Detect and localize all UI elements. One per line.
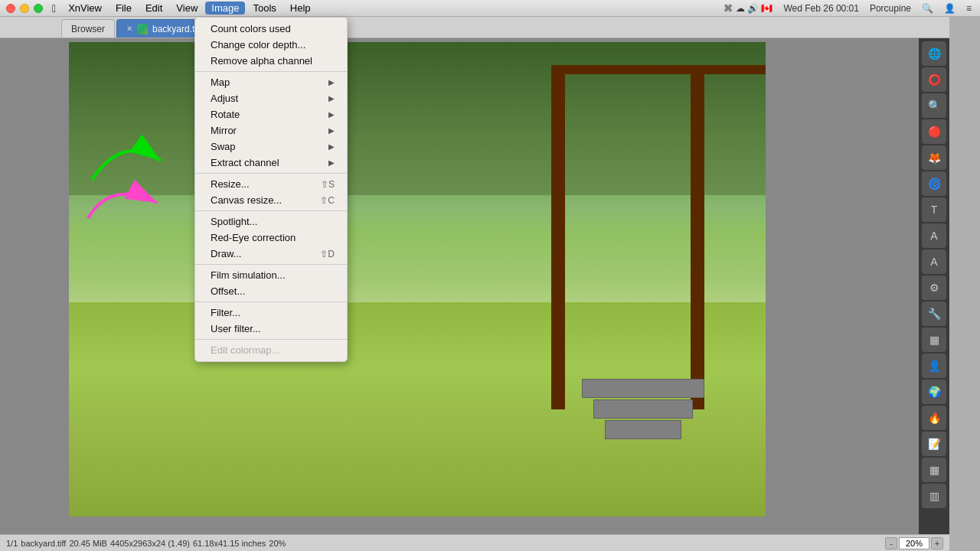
menu-tools[interactable]: Tools [247,2,282,15]
menu-item-filter-label: Filter... [211,307,240,318]
submenu-arrow-rotate: ▶ [328,110,335,119]
status-page: 1/1 [6,539,18,548]
sidebar-icon-16[interactable]: 📝 [922,432,946,456]
menu-item-user-filter-label: User filter... [211,323,261,334]
system-icons: ⌘ ☁ 🔊 🇨🇦 [724,3,773,14]
menu-item-offset-label: Offset... [211,285,245,297]
zoom-in-button[interactable]: + [931,537,943,549]
menu-item-canvas-resize-label: Canvas resize... [211,194,282,206]
menu-item-swap-label: Swap [211,141,236,152]
menu-item-swap[interactable]: Swap ▶ [195,139,347,155]
menu-item-change-color-depth-label: Change color depth... [211,39,305,51]
minimize-button[interactable] [20,4,29,13]
zoom-input[interactable] [899,537,929,549]
menu-item-filter[interactable]: Filter... [195,305,347,321]
menu-file[interactable]: File [109,2,138,15]
pergola-structure [551,65,766,409]
sidebar-icon-4[interactable]: 🔴 [922,119,946,144]
main-window: Browser ✕ backyard.tiff [0,17,949,551]
maximize-button[interactable] [34,4,43,13]
search-icon[interactable]: 🔍 [922,3,933,14]
sidebar-icon-11[interactable]: 🔧 [922,302,946,326]
submenu-arrow-mirror: ▶ [328,126,335,135]
sidebar-icon-7[interactable]: T [922,197,946,222]
sidebar-icon-10[interactable]: ⚙ [922,276,946,300]
status-zoom: 20% [269,539,286,548]
submenu-arrow-swap: ▶ [328,142,335,151]
user-icon[interactable]: 👤 [944,3,956,14]
sidebar-icon-2[interactable]: ⭕ [922,67,946,92]
menu-view[interactable]: View [170,2,204,15]
sidebar-icon-15[interactable]: 🔥 [922,406,946,430]
menu-item-offset[interactable]: Offset... [195,283,347,299]
sidebar-icon-17[interactable]: ▦ [922,458,946,482]
traffic-lights [6,4,43,13]
close-button[interactable] [6,4,15,13]
menu-item-rotate[interactable]: Rotate ▶ [195,106,347,122]
datetime: Wed Feb 26 00:01 [783,3,859,14]
menu-item-resize[interactable]: Resize... ⇧S [195,176,347,192]
menu-item-count-colors[interactable]: Count colors used [195,21,347,37]
menu-item-change-color-depth[interactable]: Change color depth... [195,37,347,53]
menu-item-draw-label: Draw... [211,248,241,259]
sidebar-icon-18[interactable]: ▥ [922,484,946,508]
sidebar-icon-9[interactable]: A [922,249,946,274]
menu-item-canvas-resize[interactable]: Canvas resize... ⇧C [195,192,347,208]
sidebar-icon-14[interactable]: 🌍 [922,380,946,404]
menu-item-draw[interactable]: Draw... ⇧D [195,246,347,262]
menu-item-remove-alpha-label: Remove alpha channel [211,55,312,67]
menu-item-map-label: Map [211,77,230,88]
menu-item-film-simulation-label: Film simulation... [211,269,286,281]
separator-2 [195,173,347,174]
zoom-out-button[interactable]: - [885,537,897,549]
title-bar:  XnView File Edit View Image Tools Help… [0,0,980,17]
sidebar-icon-6[interactable]: 🌀 [922,171,946,196]
apple-menu[interactable]:  [52,2,56,15]
menu-item-edit-colormap: Edit colormap... [195,342,347,358]
menu-help[interactable]: Help [284,2,317,15]
menu-item-map[interactable]: Map ▶ [195,74,347,90]
separator-4 [195,264,347,265]
sidebar-icon-8[interactable]: A [922,223,946,248]
sidebar-icon-1[interactable]: 🌐 [922,41,946,66]
menu-bar: XnView File Edit View Image Tools Help [62,2,721,15]
menu-item-extract-channel[interactable]: Extract channel ▶ [195,155,347,171]
sidebar-icon-13[interactable]: 👤 [922,354,946,378]
sidebar-icon-12[interactable]: ▦ [922,328,946,352]
step-2 [593,399,693,419]
shortcut-draw: ⇧D [320,249,335,259]
menu-image[interactable]: Image [205,2,245,15]
shortcut-resize: ⇧S [321,179,335,190]
menu-item-count-colors-label: Count colors used [211,23,291,34]
menu-item-user-filter[interactable]: User filter... [195,321,347,337]
title-bar-right: ⌘ ☁ 🔊 🇨🇦 Wed Feb 26 00:01 Porcupine 🔍 👤 … [721,3,974,14]
menu-xnview[interactable]: XnView [62,2,108,15]
menu-item-mirror[interactable]: Mirror ▶ [195,122,347,139]
sidebar-icon-5[interactable]: 🦊 [922,145,946,170]
tab-close-icon[interactable]: ✕ [126,24,132,33]
menu-item-adjust[interactable]: Adjust ▶ [195,90,347,106]
menu-item-spotlight[interactable]: Spotlight... [195,214,347,230]
submenu-arrow-adjust: ▶ [328,94,335,103]
submenu-arrow-map: ▶ [328,78,335,86]
image-canvas[interactable] [0,38,919,534]
menu-extra-icon[interactable]: ≡ [966,3,972,14]
pink-arrow-annotation [80,172,172,233]
menu-item-film-simulation[interactable]: Film simulation... [195,267,347,283]
menu-item-red-eye-label: Red-Eye correction [211,232,296,243]
shortcut-canvas-resize: ⇧C [320,195,335,206]
menu-item-red-eye[interactable]: Red-Eye correction [195,230,347,246]
username: Porcupine [870,3,911,14]
menu-edit[interactable]: Edit [139,2,168,15]
separator-1 [195,71,347,72]
tab-browser[interactable]: Browser [61,19,115,37]
tab-bar: Browser ✕ backyard.tiff [0,17,949,38]
separator-6 [195,339,347,340]
status-bar: 1/1 backyard.tiff 20.45 MiB 4405x2963x24… [0,534,949,551]
tab-browser-label: Browser [71,24,105,34]
status-filesize: 20.45 MiB [69,539,107,548]
menu-item-remove-alpha[interactable]: Remove alpha channel [195,53,347,69]
menu-item-resize-label: Resize... [211,178,250,190]
status-physical: 61.18x41.15 inches [193,539,266,548]
sidebar-icon-3[interactable]: 🔍 [922,93,946,118]
